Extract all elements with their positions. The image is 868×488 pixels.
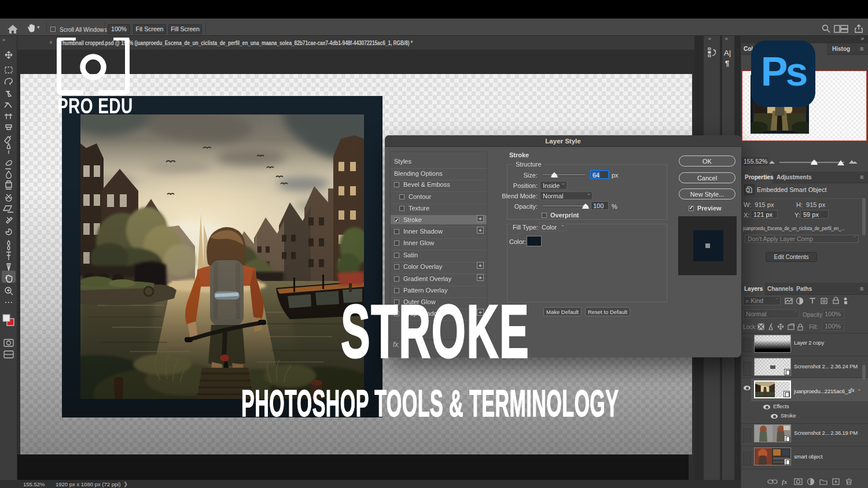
svg-text:fx: fx xyxy=(782,478,788,485)
